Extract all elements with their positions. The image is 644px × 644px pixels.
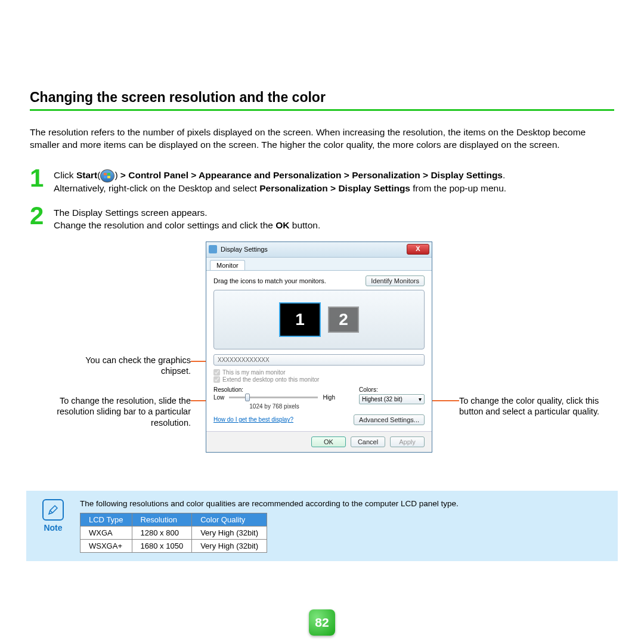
table-header: LCD Type	[80, 513, 132, 526]
table-cell: WSXGA+	[80, 539, 132, 552]
text: OK	[275, 220, 289, 230]
page-number-badge: 82	[309, 609, 335, 636]
tab-monitor[interactable]: Monitor	[210, 260, 245, 270]
table-header: Resolution	[132, 513, 192, 526]
display-settings-dialog: Display Settings X Monitor Drag the icon…	[206, 242, 432, 453]
advanced-settings-button[interactable]: Advanced Settings...	[354, 414, 425, 425]
text: > Control Panel > Appearance and Persona…	[120, 170, 503, 180]
resolution-slider[interactable]: Low High	[213, 394, 335, 401]
monitor-preview[interactable]: 1 2	[213, 290, 425, 349]
table-cell: WXGA	[80, 526, 132, 539]
windows-start-icon	[100, 169, 114, 182]
text: Extend the desktop onto this monitor	[222, 376, 319, 383]
note-box: Note The following resolutions and color…	[26, 491, 618, 561]
text: )	[114, 170, 120, 180]
step-number: 2	[30, 205, 47, 232]
callout-resolution: To change the resolution, slide the reso…	[42, 395, 191, 429]
identify-monitors-button[interactable]: Identify Monitors	[366, 275, 425, 286]
apply-button[interactable]: Apply	[390, 436, 425, 447]
ok-button[interactable]: OK	[311, 436, 346, 447]
colors-label: Colors:	[359, 386, 425, 393]
table-cell: Very High (32bit)	[192, 526, 267, 539]
table-cell: 1280 x 800	[132, 526, 192, 539]
text: .	[503, 170, 505, 180]
table-cell: Very High (32bit)	[192, 539, 267, 552]
text: The Display Settings screen appears.	[54, 208, 208, 218]
monitor-2[interactable]: 2	[328, 306, 359, 333]
step-2: 2 The Display Settings screen appears. C…	[30, 205, 614, 232]
text: Low	[213, 394, 224, 401]
note-label: Note	[38, 523, 68, 532]
main-monitor-checkbox[interactable]: This is my main monitor	[213, 369, 425, 376]
text: Start	[76, 170, 97, 180]
text: High	[323, 394, 335, 401]
text: button.	[289, 220, 320, 230]
table-row: WSXGA+ 1680 x 1050 Very High (32bit)	[80, 539, 267, 552]
cancel-button[interactable]: Cancel	[351, 436, 385, 447]
text: Personalization > Display Settings	[259, 183, 410, 193]
resolution-value: 1024 by 768 pixels	[213, 403, 335, 410]
close-button[interactable]: X	[407, 244, 429, 255]
table-cell: 1680 x 1050	[132, 539, 192, 552]
note-text: The following resolutions and color qual…	[80, 499, 606, 508]
text: This is my main monitor	[222, 369, 286, 376]
dialog-tabs: Monitor	[206, 258, 432, 270]
step-body: Click Start() > Control Panel > Appearan…	[54, 167, 506, 195]
text: Highest (32 bit)	[362, 396, 402, 402]
text: Change the resolution and color settings…	[54, 220, 275, 230]
colors-dropdown[interactable]: Highest (32 bit)▾	[359, 394, 425, 404]
drag-label: Drag the icons to match your monitors.	[213, 277, 326, 284]
callout-color: To change the color quality, click this …	[459, 395, 614, 418]
step-body: The Display Settings screen appears. Cha…	[54, 205, 320, 232]
step-number: 1	[30, 167, 47, 195]
table-row: WXGA 1280 x 800 Very High (32bit)	[80, 526, 267, 539]
pencil-icon	[42, 499, 64, 521]
chevron-down-icon: ▾	[419, 396, 422, 402]
text: from the pop-up menu.	[410, 183, 506, 193]
page-title: Changing the screen resolution and the c…	[30, 89, 614, 111]
dialog-titlebar[interactable]: Display Settings X	[206, 242, 432, 258]
monitor-1[interactable]: 1	[279, 302, 321, 337]
text: Click	[54, 170, 76, 180]
text: Alternatively, right-click on the Deskto…	[54, 183, 259, 193]
chipset-dropdown[interactable]: XXXXXXXXXXXXX	[213, 354, 425, 366]
intro-paragraph: The resolution refers to the number of p…	[30, 126, 614, 151]
callout-chipset: You can check the graphics chipset.	[54, 355, 191, 377]
dialog-title: Display Settings	[221, 246, 268, 253]
extend-desktop-checkbox[interactable]: Extend the desktop onto this monitor	[213, 376, 425, 383]
resolution-label: Resolution:	[213, 386, 335, 393]
step-1: 1 Click Start() > Control Panel > Appear…	[30, 167, 614, 195]
help-link[interactable]: How do I get the best display?	[213, 416, 293, 423]
table-header: Color Quality	[192, 513, 267, 526]
dialog-icon	[209, 245, 217, 253]
figure: You can check the graphics chipset. To c…	[30, 242, 614, 480]
lcd-table: LCD Type Resolution Color Quality WXGA 1…	[80, 513, 267, 553]
dialog-footer: OK Cancel Apply	[206, 431, 432, 452]
